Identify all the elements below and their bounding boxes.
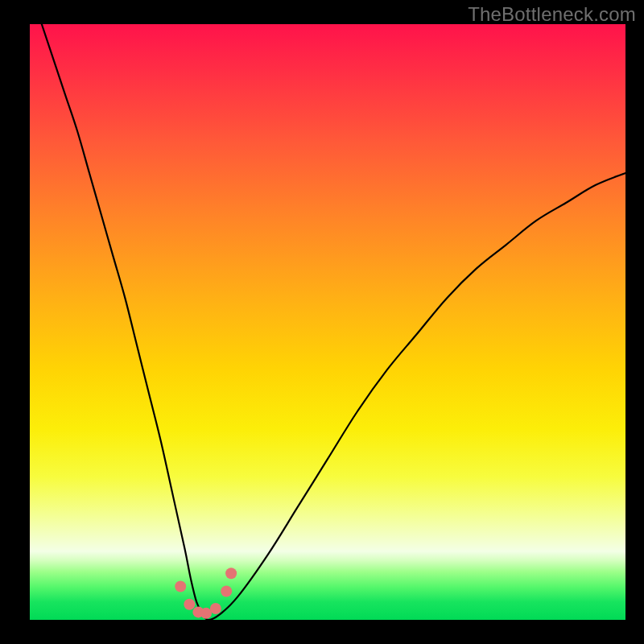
plot-area — [30, 24, 625, 620]
chart-frame: TheBottleneck.com — [0, 0, 644, 644]
highlight-point — [175, 581, 186, 592]
highlight-points — [175, 568, 237, 619]
highlight-point — [184, 599, 195, 610]
bottleneck-curve — [42, 24, 625, 620]
watermark-text: TheBottleneck.com — [468, 3, 636, 26]
highlight-point — [225, 568, 237, 579]
highlight-point — [210, 603, 221, 614]
curve-svg — [30, 24, 625, 620]
highlight-point — [200, 608, 212, 619]
highlight-point — [221, 585, 232, 597]
